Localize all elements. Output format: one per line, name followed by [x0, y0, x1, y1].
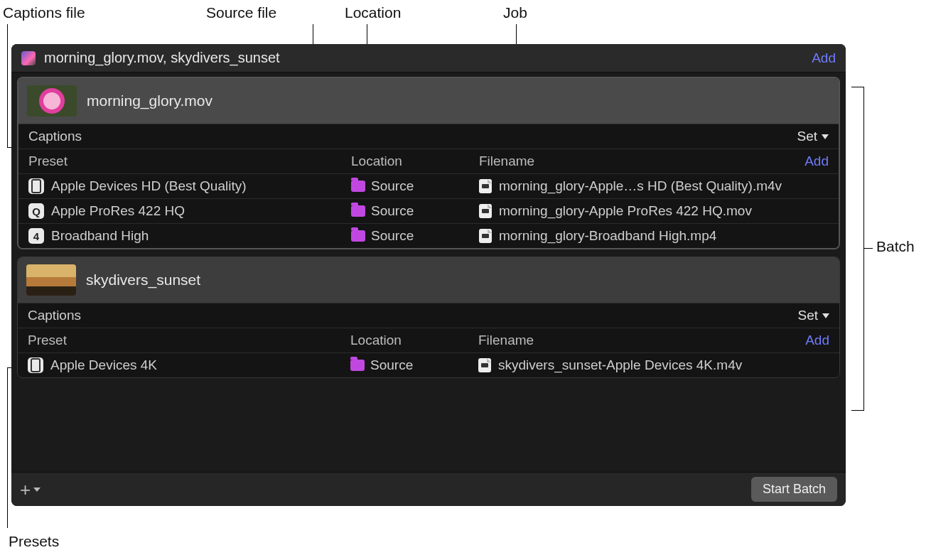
location-name: Source — [370, 357, 413, 373]
preset-row[interactable]: Apple Devices HD (Best Quality) Source m… — [18, 173, 839, 198]
folder-icon — [351, 181, 365, 192]
preset-name: Apple Devices HD (Best Quality) — [51, 178, 247, 194]
folder-icon — [351, 205, 365, 217]
add-batch-button[interactable]: Add — [812, 50, 836, 66]
source-filename: skydivers_sunset — [86, 271, 200, 289]
add-preset-button[interactable]: Add — [805, 333, 829, 348]
callout-batch: Batch — [876, 238, 915, 255]
columns-header: Preset Location Filename Add — [18, 149, 839, 173]
col-filename: Filename — [479, 154, 804, 169]
plus-icon: + — [20, 480, 31, 499]
captions-label: Captions — [28, 308, 797, 323]
col-preset: Preset — [28, 333, 350, 348]
set-captions-button[interactable]: Set — [797, 129, 829, 144]
preset-name: Apple Devices 4K — [50, 357, 157, 373]
start-batch-button[interactable]: Start Batch — [751, 477, 837, 502]
preset-row[interactable]: Apple ProRes 422 HQ Source morning_glory… — [18, 198, 839, 223]
col-location: Location — [351, 154, 479, 169]
broadband-icon — [28, 228, 44, 244]
location-name: Source — [371, 178, 414, 194]
preset-row[interactable]: Broadband High Source morning_glory-Broa… — [18, 223, 839, 248]
preset-name: Apple ProRes 422 HQ — [51, 203, 185, 219]
batch-header: morning_glory.mov, skydivers_sunset Add — [11, 44, 846, 72]
app-icon — [21, 51, 36, 65]
captions-row: Captions Set — [18, 303, 839, 328]
callout-presets: Presets — [9, 533, 59, 550]
file-icon — [479, 204, 492, 218]
device-icon — [28, 357, 43, 373]
col-preset: Preset — [28, 154, 351, 169]
callout-location: Location — [345, 4, 401, 21]
job-source-row[interactable]: morning_glory.mov — [18, 78, 839, 124]
chevron-down-icon — [33, 488, 41, 492]
columns-header: Preset Location Filename Add — [18, 328, 839, 352]
folder-icon — [351, 230, 365, 242]
folder-icon — [350, 360, 365, 371]
col-location: Location — [350, 333, 478, 348]
source-thumbnail — [26, 264, 76, 296]
location-name: Source — [371, 203, 414, 219]
job-list: morning_glory.mov Captions Set Preset Lo… — [11, 72, 846, 392]
callout-line — [7, 367, 8, 528]
add-menu-button[interactable]: + — [20, 480, 41, 499]
footer-bar: + Start Batch — [11, 472, 846, 506]
callout-captions-file: Captions file — [3, 4, 85, 21]
prores-icon — [28, 203, 44, 219]
callout-job: Job — [503, 4, 527, 21]
job-source-row[interactable]: skydivers_sunset — [18, 257, 839, 303]
callout-line — [864, 248, 873, 249]
col-filename: Filename — [478, 333, 805, 348]
preset-name: Broadband High — [51, 228, 149, 244]
captions-row: Captions Set — [18, 124, 839, 149]
preset-row[interactable]: Apple Devices 4K Source skydivers_sunset… — [18, 352, 839, 377]
job[interactable]: skydivers_sunset Captions Set Preset Loc… — [17, 257, 840, 378]
batch-panel: morning_glory.mov, skydivers_sunset Add … — [11, 44, 846, 506]
output-filename: morning_glory-Broadband High.mp4 — [499, 228, 716, 244]
callout-line — [7, 24, 8, 147]
device-icon — [28, 178, 44, 194]
captions-label: Captions — [28, 129, 797, 144]
file-icon — [479, 179, 492, 193]
location-name: Source — [371, 228, 414, 244]
add-preset-button[interactable]: Add — [804, 154, 829, 169]
callout-source-file: Source file — [206, 4, 276, 21]
file-icon — [478, 358, 491, 372]
file-icon — [479, 229, 492, 243]
source-filename: morning_glory.mov — [87, 92, 212, 109]
output-filename: morning_glory-Apple ProRes 422 HQ.mov — [499, 203, 752, 219]
job[interactable]: morning_glory.mov Captions Set Preset Lo… — [17, 77, 840, 249]
source-thumbnail — [27, 85, 77, 117]
output-filename: morning_glory-Apple…s HD (Best Quality).… — [499, 178, 782, 194]
output-filename: skydivers_sunset-Apple Devices 4K.m4v — [498, 357, 742, 373]
batch-title: morning_glory.mov, skydivers_sunset — [44, 50, 812, 66]
set-captions-button[interactable]: Set — [797, 308, 829, 323]
callout-bracket — [851, 87, 864, 411]
